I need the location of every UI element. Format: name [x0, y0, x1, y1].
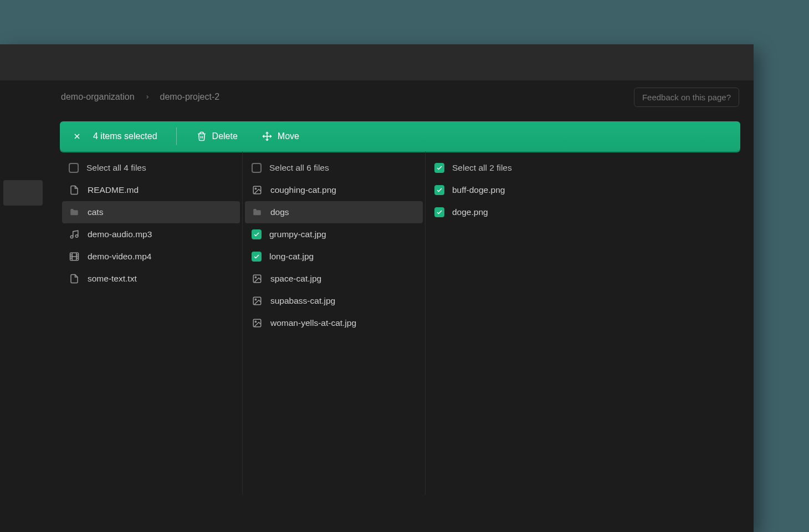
- file-row[interactable]: demo-video.mp4: [62, 245, 240, 268]
- app-window: demo-organization demo-project-2 Feedbac…: [0, 44, 754, 532]
- file-icon: [69, 185, 80, 196]
- main-area: demo-organization demo-project-2 Feedbac…: [47, 80, 754, 532]
- file-icon: [69, 273, 80, 284]
- delete-label: Delete: [212, 131, 238, 141]
- checkbox[interactable]: [434, 185, 444, 195]
- file-name: demo-audio.mp3: [88, 229, 233, 239]
- move-icon: [262, 131, 272, 141]
- file-row[interactable]: grumpy-cat.jpg: [245, 223, 423, 245]
- folder-row[interactable]: dogs: [245, 201, 423, 223]
- file-name: some-text.txt: [88, 274, 233, 284]
- file-row[interactable]: coughing-cat.png: [245, 179, 423, 201]
- select-all-row[interactable]: Select all 4 files: [62, 157, 240, 179]
- checkbox[interactable]: [434, 163, 444, 173]
- file-name: demo-video.mp4: [88, 252, 233, 262]
- file-row[interactable]: buff-doge.png: [428, 179, 606, 201]
- checkbox[interactable]: [434, 207, 444, 217]
- folder-row[interactable]: cats: [62, 201, 240, 223]
- music-icon: [69, 229, 80, 240]
- file-row[interactable]: some-text.txt: [62, 268, 240, 290]
- select-all-row[interactable]: Select all 2 files: [428, 157, 606, 179]
- file-name: README.md: [88, 185, 233, 195]
- folder-icon: [252, 207, 263, 218]
- file-row[interactable]: supabass-cat.jpg: [245, 290, 423, 312]
- file-name: doge.png: [452, 207, 600, 217]
- file-name: cats: [88, 207, 233, 217]
- select-all-row[interactable]: Select all 6 files: [245, 157, 423, 179]
- file-column: Select all 6 filescoughing-cat.pngdogsgr…: [243, 151, 426, 495]
- checkbox[interactable]: [252, 252, 262, 262]
- file-name: dogs: [270, 207, 416, 217]
- image-icon: [252, 273, 263, 284]
- file-row[interactable]: woman-yells-at-cat.jpg: [245, 312, 423, 334]
- trash-icon: [197, 131, 207, 141]
- file-name: supabass-cat.jpg: [270, 296, 416, 306]
- file-row[interactable]: space-cat.jpg: [245, 268, 423, 290]
- file-name: grumpy-cat.jpg: [269, 229, 416, 239]
- file-row[interactable]: doge.png: [428, 201, 606, 223]
- chevron-right-icon: [145, 94, 150, 100]
- divider: [176, 127, 177, 145]
- file-name: space-cat.jpg: [270, 274, 416, 284]
- breadcrumb: demo-organization demo-project-2 Feedbac…: [47, 80, 754, 114]
- select-all-label: Select all 6 files: [269, 163, 416, 173]
- image-icon: [252, 318, 263, 329]
- sidebar: [0, 80, 47, 532]
- checkbox[interactable]: [252, 229, 262, 239]
- feedback-button[interactable]: Feedback on this page?: [634, 88, 739, 107]
- delete-button[interactable]: Delete: [185, 131, 250, 141]
- select-all-label: Select all 2 files: [452, 163, 600, 173]
- film-icon: [69, 251, 80, 262]
- file-name: woman-yells-at-cat.jpg: [270, 318, 416, 328]
- file-name: coughing-cat.png: [270, 185, 416, 195]
- image-icon: [252, 185, 263, 196]
- breadcrumb-project[interactable]: demo-project-2: [160, 92, 220, 102]
- file-row[interactable]: README.md: [62, 179, 240, 201]
- image-icon: [252, 295, 263, 306]
- file-name: long-cat.jpg: [269, 252, 416, 262]
- move-label: Move: [278, 131, 299, 141]
- file-row[interactable]: long-cat.jpg: [245, 245, 423, 268]
- select-all-label: Select all 4 files: [86, 163, 233, 173]
- close-icon: [73, 132, 81, 141]
- file-column: Select all 4 filesREADME.mdcatsdemo-audi…: [60, 151, 243, 495]
- file-columns: Select all 4 filesREADME.mdcatsdemo-audi…: [60, 151, 740, 495]
- selection-action-bar: 4 items selected Delete Move: [60, 121, 740, 151]
- topbar: [0, 44, 754, 80]
- sidebar-active-item[interactable]: [3, 180, 43, 206]
- file-row[interactable]: demo-audio.mp3: [62, 223, 240, 245]
- file-name: buff-doge.png: [452, 185, 600, 195]
- file-column: Select all 2 filesbuff-doge.pngdoge.png: [426, 151, 608, 495]
- breadcrumb-org[interactable]: demo-organization: [61, 92, 135, 102]
- checkbox[interactable]: [69, 163, 79, 173]
- folder-icon: [69, 207, 80, 218]
- selection-status: 4 items selected: [89, 131, 168, 141]
- move-button[interactable]: Move: [250, 131, 311, 141]
- checkbox[interactable]: [252, 163, 262, 173]
- close-selection-button[interactable]: [65, 125, 89, 148]
